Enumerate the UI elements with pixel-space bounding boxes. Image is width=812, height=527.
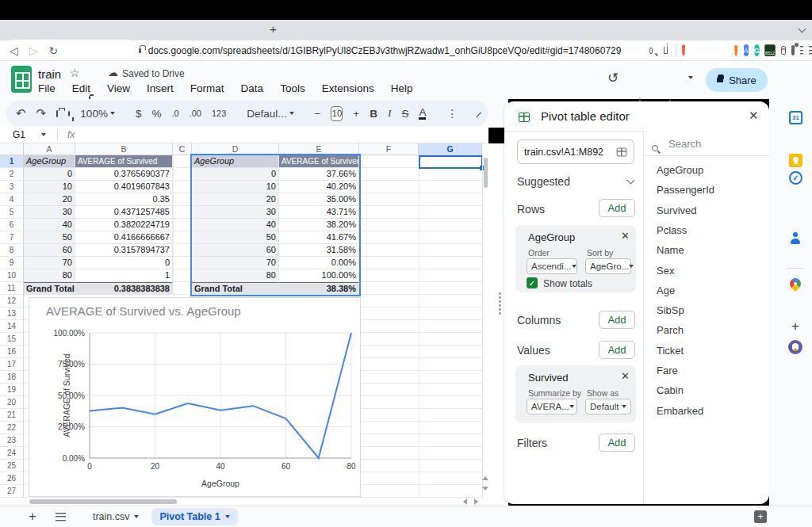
increase-decimals-icon[interactable]: .00 — [190, 109, 201, 118]
redo-icon[interactable]: ↷ — [36, 106, 47, 120]
cell[interactable]: 38.38% — [279, 282, 359, 295]
cell[interactable]: 35.00% — [279, 193, 359, 206]
more-toolbar-icon[interactable]: ⋮ — [446, 107, 458, 120]
field-search-input[interactable]: Search — [668, 138, 701, 150]
cell[interactable]: 37.66% — [279, 168, 359, 181]
field-Pclass[interactable]: Pclass — [657, 224, 687, 236]
menu-insert[interactable]: Insert — [144, 81, 176, 96]
version-history-icon[interactable]: ↺ — [607, 70, 619, 86]
saved-status[interactable]: Saved to Drive — [122, 68, 185, 79]
contacts-icon[interactable] — [789, 232, 802, 245]
values-add-button[interactable]: Add — [599, 341, 635, 359]
row-header-14[interactable]: 14 — [0, 320, 24, 333]
row-header-1[interactable]: 1 — [0, 155, 24, 168]
more-formats-icon[interactable]: 123 — [212, 109, 226, 118]
cell[interactable]: 0 — [24, 168, 75, 181]
decrease-decimals-icon[interactable]: .0 — [171, 109, 178, 118]
row-header-8[interactable]: 8 — [0, 244, 24, 257]
collapse-toolbar-icon[interactable] — [476, 113, 481, 117]
zoom-select[interactable]: 100% — [80, 108, 115, 120]
row-header-25[interactable]: 25 — [0, 460, 24, 472]
grammarly-extension-icon[interactable]: G — [754, 44, 760, 56]
scroll-up-icon[interactable] — [482, 476, 488, 480]
row-header-18[interactable]: 18 — [0, 371, 24, 384]
cell[interactable]: 60 — [24, 244, 75, 257]
ssl-lock-icon[interactable] — [139, 48, 140, 53]
menu-view[interactable]: View — [105, 81, 132, 96]
add-sheet-icon[interactable]: + — [29, 509, 36, 525]
row-header-12[interactable]: 12 — [0, 295, 24, 307]
cell[interactable]: 50 — [192, 231, 279, 244]
cell[interactable]: 0.4166666667 — [75, 231, 173, 244]
cell[interactable]: 0.3838383838 — [75, 282, 173, 295]
name-box-caret-icon[interactable] — [41, 133, 46, 136]
scroll-left-icon[interactable] — [463, 498, 467, 505]
row-header-3[interactable]: 3 — [0, 181, 24, 193]
pivot-table-percent[interactable]: AgeGroupAVERAGE of Survived037.66%1040.2… — [192, 155, 359, 295]
horizontal-scrollbar[interactable] — [29, 499, 177, 504]
brave-shield-icon[interactable] — [682, 44, 685, 56]
cell[interactable]: Grand Total — [24, 282, 75, 295]
card-extension-icon[interactable] — [781, 46, 786, 55]
strikethrough-icon[interactable]: S — [401, 108, 408, 120]
cell[interactable]: 100.00% — [279, 269, 359, 282]
metamask-extension-icon[interactable] — [734, 45, 738, 56]
cell[interactable]: 80 — [24, 269, 75, 282]
decrease-font-size-icon[interactable]: − — [315, 108, 321, 120]
row-header-6[interactable]: 6 — [0, 219, 24, 231]
row-header-5[interactable]: 5 — [0, 206, 24, 219]
translate-extension-icon[interactable]: A — [744, 44, 749, 56]
field-Sex[interactable]: Sex — [657, 265, 674, 277]
row-header-27[interactable]: 27 — [0, 485, 24, 498]
cell[interactable]: 0 — [75, 257, 173, 269]
menu-help[interactable]: Help — [389, 81, 416, 96]
cell[interactable]: 40 — [192, 219, 279, 231]
cell[interactable]: 10 — [24, 181, 75, 193]
cell[interactable]: 80 — [192, 269, 279, 282]
column-header-E[interactable]: E — [279, 143, 359, 155]
share-button[interactable]: Share — [706, 68, 768, 92]
back-icon[interactable]: ◁ — [10, 44, 18, 57]
cell[interactable]: AgeGroup — [24, 155, 75, 168]
cell[interactable]: 0 — [192, 168, 279, 181]
cell[interactable]: 0.4371257485 — [75, 206, 173, 219]
row-header-4[interactable]: 4 — [0, 193, 24, 206]
menu-tools[interactable]: Tools — [278, 81, 308, 96]
rows-add-button[interactable]: Add — [599, 199, 635, 217]
row-header-17[interactable]: 17 — [0, 358, 24, 371]
suggested-section[interactable]: Suggested — [517, 175, 570, 188]
row-header-10[interactable]: 10 — [0, 269, 24, 282]
zoom-page-icon[interactable] — [649, 48, 653, 54]
pivot-table-raw[interactable]: AgeGroupAVERAGE of Survived00.3765690377… — [24, 155, 173, 295]
tab-search-chevron-icon[interactable] — [799, 25, 806, 33]
cell[interactable]: 0.4019607843 — [75, 181, 173, 193]
corner-box[interactable] — [0, 143, 24, 155]
cell[interactable]: 0.3765690377 — [75, 168, 173, 181]
field-AgeGroup[interactable]: AgeGroup — [657, 164, 703, 176]
row-header-26[interactable]: 26 — [0, 472, 24, 485]
tasks-icon[interactable]: ✓ — [789, 171, 802, 185]
field-SibSp[interactable]: SibSp — [657, 304, 684, 316]
cell[interactable]: 60 — [192, 244, 279, 257]
field-Age[interactable]: Age — [657, 285, 675, 296]
font-select[interactable]: Defaul... — [247, 108, 293, 120]
row-header-23[interactable]: 23 — [0, 434, 24, 447]
field-Name[interactable]: Name — [657, 244, 684, 256]
row-header-13[interactable]: 13 — [0, 307, 24, 320]
reading-list-icon[interactable] — [800, 46, 803, 55]
reload-icon[interactable]: ↻ — [49, 44, 59, 57]
column-header-B[interactable]: B — [75, 143, 173, 155]
cell[interactable]: 43.71% — [279, 206, 359, 219]
forward-icon[interactable]: ▷ — [29, 44, 38, 57]
spreadsheet-grid[interactable]: ABCDEFG 12345678910111213141516171819202… — [0, 143, 508, 506]
sortby-dropdown[interactable]: AgeGro... — [585, 258, 631, 274]
url-text[interactable]: docs.google.com/spreadsheets/d/1GIBRylPy… — [148, 45, 622, 56]
row-header-19[interactable]: 19 — [0, 384, 24, 396]
star-icon[interactable]: ☆ — [70, 67, 80, 79]
cell[interactable]: 41.67% — [279, 231, 359, 244]
cell[interactable]: 20 — [24, 193, 75, 206]
cell[interactable]: Grand Total — [192, 282, 279, 295]
embedded-chart[interactable]: AVERAGE of Survived vs. AgeGroup02040608… — [29, 297, 361, 497]
rows-card-close-icon[interactable]: ✕ — [621, 230, 630, 242]
field-PassengerId[interactable]: PassengerId — [657, 184, 714, 196]
